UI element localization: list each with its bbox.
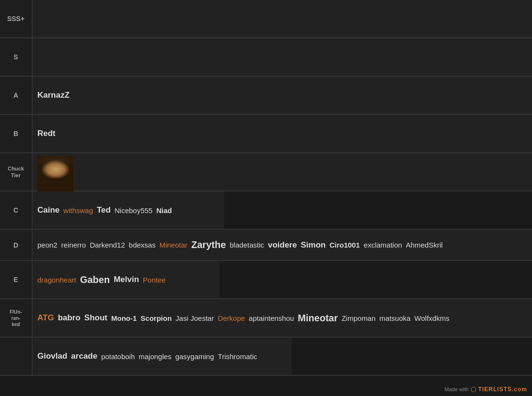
tier-row-f: F/Un-ran-ked ATG babro Shout Mono-1 Scor… [0, 299, 532, 338]
tier-row-s: S [0, 38, 532, 77]
entry-ciro1001[interactable]: Ciro1001 [329, 241, 359, 249]
tier-content-a: KarnazZ [33, 77, 532, 114]
tier-content-s [33, 38, 532, 76]
watermark-icon: ⬡ [471, 385, 476, 393]
entry-wolfxdkms[interactable]: Wolfxdkms [415, 314, 450, 322]
tier-row-a: A KarnazZ [0, 77, 532, 115]
tier-label-c: C [0, 192, 33, 229]
tier-content-b: Redt [33, 115, 532, 152]
chuck-norris-image [37, 156, 73, 192]
tier-label-chuck: ChuckTier [0, 153, 33, 191]
entry-melvin[interactable]: Melvin [114, 275, 139, 284]
entry-exclamation[interactable]: exclamation [364, 241, 402, 249]
tier-label-b: B [0, 115, 33, 152]
tier-label-f: F/Un-ran-ked [0, 299, 33, 337]
tier-label-extra [0, 338, 33, 375]
entry-voidere[interactable]: voidere [268, 240, 297, 250]
tier-label-a: A [0, 77, 33, 114]
entry-babro[interactable]: babro [58, 313, 81, 323]
entry-gasygaming[interactable]: gasygaming [175, 352, 214, 361]
entry-karnazz[interactable]: KarnazZ [37, 91, 69, 100]
tier-label-e: E [0, 261, 33, 298]
tier-content-f: ATG babro Shout Mono-1 Scorpion Jasi Joe… [33, 299, 532, 337]
entry-mono1[interactable]: Mono-1 [111, 314, 137, 322]
entry-ahmedskril[interactable]: AhmedSkril [406, 241, 443, 249]
tier-row-c: C Caine withswag Ted Niceboy555 Niad [0, 192, 532, 230]
entry-redt[interactable]: Redt [37, 129, 56, 138]
entry-withswag[interactable]: withswag [63, 206, 93, 215]
entry-bladetastic[interactable]: bladetastic [230, 241, 264, 249]
entry-jasi-joestar[interactable]: Jasi Joestar [175, 314, 214, 322]
entry-dragonheart[interactable]: dragonheart [37, 276, 76, 284]
entry-atg[interactable]: ATG [37, 313, 54, 323]
watermark-text: Made with [445, 386, 469, 392]
tier-content-d: peon2 reinerro Darkend12 bdexsas Mineota… [33, 230, 532, 260]
watermark-logo: TIERLISTS.com [478, 386, 527, 393]
entry-aptaintenshou[interactable]: aptaintenshou [249, 314, 294, 322]
entry-zimpoman[interactable]: Zimpoman [342, 314, 376, 322]
tier-content-split-c: Caine withswag Ted Niceboy555 Niad [33, 192, 532, 229]
tier-row-extra: Giovlad arcade potatoboih majongles gasy… [0, 338, 532, 376]
tier-content-sss [33, 0, 532, 37]
entry-giovlad[interactable]: Giovlad [37, 351, 67, 361]
entry-mineotar-d[interactable]: Mineotar [160, 241, 187, 249]
entry-bdexsas[interactable]: bdexsas [129, 241, 156, 249]
tier-content-split-extra: Giovlad arcade potatoboih majongles gasy… [33, 338, 532, 375]
entry-matsuoka[interactable]: matsuoka [380, 314, 411, 322]
entry-mineotar-f[interactable]: Mineotar [298, 313, 337, 324]
entry-caine[interactable]: Caine [37, 205, 59, 215]
entry-scorpion[interactable]: Scorpion [140, 314, 172, 322]
entry-reinerro[interactable]: reinerro [61, 241, 86, 249]
entry-trishromatic[interactable]: Trishromatic [218, 352, 257, 361]
tier-row-sss: SSS+ [0, 0, 532, 38]
tier-row-d: D peon2 reinerro Darkend12 bdexsas Mineo… [0, 230, 532, 261]
entry-simon[interactable]: Simon [301, 240, 325, 250]
tier-content-extra-left: Giovlad arcade potatoboih majongles gasy… [33, 338, 291, 375]
entry-arcade[interactable]: arcade [71, 351, 97, 361]
entry-derkope[interactable]: Derkope [218, 314, 245, 322]
entry-darkend12[interactable]: Darkend12 [90, 241, 125, 249]
entry-niceboy555[interactable]: Niceboy555 [115, 206, 152, 215]
tier-label-d: D [0, 230, 33, 260]
tier-label-s: S [0, 38, 33, 76]
entry-pontee[interactable]: Pontee [143, 276, 166, 284]
tier-content-e-left: dragonheart Gaben Melvin Pontee [33, 261, 220, 298]
entry-niad[interactable]: Niad [156, 206, 172, 215]
entry-gaben[interactable]: Gaben [80, 274, 110, 285]
tier-row-b: B Redt [0, 115, 532, 153]
entry-potatoboih[interactable]: potatoboih [101, 352, 135, 361]
entry-ted[interactable]: Ted [97, 205, 111, 215]
tier-content-extra-right [291, 338, 532, 375]
entry-zarythe[interactable]: Zarythe [191, 239, 226, 250]
entry-shout[interactable]: Shout [84, 313, 107, 323]
tier-content-c-left: Caine withswag Ted Niceboy555 Niad [33, 192, 224, 229]
tier-content-chuck [33, 153, 532, 191]
tier-content-e-right [220, 261, 532, 298]
tier-content-split-e: dragonheart Gaben Melvin Pontee [33, 261, 532, 298]
tier-label-sss: SSS+ [0, 0, 33, 37]
entry-peon2[interactable]: peon2 [37, 241, 58, 249]
tier-row-chuck: ChuckTier [0, 153, 532, 192]
tier-content-c-right [224, 192, 532, 229]
tier-list: SSS+ S A KarnazZ B Redt ChuckTier [0, 0, 532, 396]
tier-row-e: E dragonheart Gaben Melvin Pontee [0, 261, 532, 299]
entry-majongles[interactable]: majongles [139, 352, 171, 361]
watermark: Made with ⬡ TIERLISTS.com [445, 385, 527, 393]
